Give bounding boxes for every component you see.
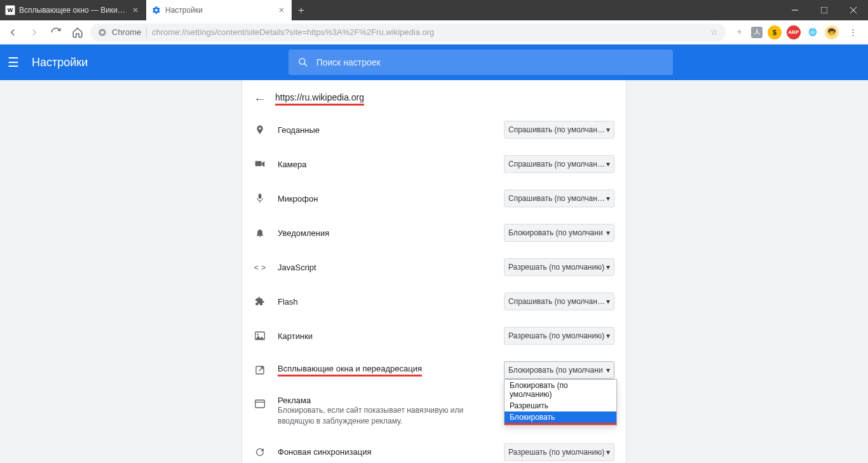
image-icon <box>254 331 266 340</box>
chevron-down-icon: ▾ <box>606 331 610 340</box>
svg-rect-1 <box>821 7 827 13</box>
ext-icon[interactable]: 🌐 <box>806 25 820 39</box>
close-window-button[interactable] <box>839 0 868 20</box>
back-arrow[interactable]: ← <box>254 92 266 106</box>
svg-point-11 <box>257 334 259 336</box>
perm-select-camera[interactable]: Спрашивать (по умолчанию▾ <box>504 155 614 173</box>
perm-bgsync: Фоновая синхронизация Разрешать (по умол… <box>242 435 626 463</box>
perm-label: Картинки <box>278 331 492 341</box>
code-icon: < > <box>254 263 266 272</box>
perm-label: Flash <box>278 297 492 307</box>
popups-dropdown: Блокировать (по умолчанию) Разрешить Бло… <box>504 379 617 425</box>
search-icon <box>297 57 309 68</box>
puzzle-icon <box>254 296 266 307</box>
chevron-down-icon: ▾ <box>606 194 610 203</box>
back-button[interactable] <box>4 24 22 41</box>
extensions: ✦ 人 $ ABP 🌐 🧒 ⋮ <box>729 24 864 41</box>
perm-select-images[interactable]: Разрешать (по умолчанию)▾ <box>504 327 614 345</box>
star-icon[interactable]: ☆ <box>710 27 718 37</box>
search-placeholder: Поиск настроек <box>316 57 381 67</box>
url-text: chrome://settings/content/siteDetails?si… <box>152 27 434 37</box>
svg-line-7 <box>304 64 307 66</box>
perm-select-mic[interactable]: Спрашивать (по умолчанию▾ <box>504 190 614 207</box>
chrome-label: Chrome <box>112 27 141 37</box>
settings-body: ← https://ru.wikipedia.org Геоданные Спр… <box>0 80 868 463</box>
new-tab-button[interactable]: ＋ <box>292 4 310 17</box>
address-bar[interactable]: Chrome chrome://settings/content/siteDet… <box>90 24 726 41</box>
perm-label: Камера <box>278 160 492 169</box>
forward-button[interactable] <box>25 24 43 41</box>
svg-point-5 <box>101 31 104 34</box>
dropdown-option[interactable]: Блокировать <box>505 411 616 425</box>
chevron-down-icon: ▾ <box>606 263 610 272</box>
close-icon[interactable]: ✕ <box>276 6 287 15</box>
perm-location: Геоданные Спрашивать (по умолчанию▾ <box>242 113 626 147</box>
perm-select-bgsync[interactable]: Разрешать (по умолчанию)▾ <box>504 443 614 461</box>
menu-icon[interactable]: ☰ <box>8 55 19 70</box>
ext-icon[interactable]: $ <box>768 25 782 39</box>
perm-images: Картинки Разрешать (по умолчанию)▾ <box>242 319 626 353</box>
camera-icon <box>254 160 266 168</box>
chevron-down-icon: ▾ <box>606 297 610 306</box>
settings-search[interactable]: Поиск настроек <box>288 50 673 75</box>
maximize-button[interactable] <box>810 0 839 20</box>
sync-icon <box>254 447 266 457</box>
window-icon <box>254 399 266 408</box>
wikipedia-icon: W <box>5 5 15 15</box>
site-details-card: ← https://ru.wikipedia.org Геоданные Спр… <box>241 80 627 463</box>
perm-label: Всплывающие окна и переадресация <box>278 364 492 377</box>
tab-wikipedia[interactable]: W Всплывающее окно — Википед ✕ <box>0 0 146 20</box>
gear-icon <box>151 5 161 15</box>
perm-camera: Камера Спрашивать (по умолчанию▾ <box>242 147 626 181</box>
ext-icon[interactable]: ✦ <box>732 25 746 39</box>
menu-button[interactable]: ⋮ <box>844 24 862 41</box>
ext-icon[interactable]: 人 <box>751 27 763 38</box>
perm-label: Микрофон <box>278 194 492 204</box>
perm-label: Фоновая синхронизация <box>278 447 492 457</box>
perm-select-js[interactable]: Разрешать (по умолчанию)▾ <box>504 258 614 276</box>
page-title: Настройки <box>32 56 88 69</box>
browser-toolbar: Chrome chrome://settings/content/siteDet… <box>0 20 868 45</box>
svg-rect-8 <box>255 161 262 166</box>
tab-title: Всплывающее окно — Википед <box>19 6 126 15</box>
chevron-down-icon: ▾ <box>606 366 610 375</box>
perm-sublabel: Блокировать, если сайт показывает навязч… <box>278 405 481 427</box>
close-icon[interactable]: ✕ <box>130 6 140 15</box>
svg-rect-13 <box>255 400 265 408</box>
perm-mic: Микрофон Спрашивать (по умолчанию▾ <box>242 181 626 216</box>
chevron-down-icon: ▾ <box>606 228 610 237</box>
perm-label: Геоданные <box>278 125 492 135</box>
perm-label: JavaScript <box>278 263 492 272</box>
perm-notifications: Уведомления Блокировать (по умолчани▾ <box>242 216 626 250</box>
dropdown-option[interactable]: Блокировать (по умолчанию) <box>505 380 616 400</box>
svg-point-6 <box>299 59 305 64</box>
perm-select-notif[interactable]: Блокировать (по умолчани▾ <box>504 224 614 242</box>
tab-settings[interactable]: Настройки ✕ <box>146 0 292 20</box>
chevron-down-icon: ▾ <box>606 448 610 457</box>
mic-icon <box>254 193 266 204</box>
reload-button[interactable] <box>47 24 65 41</box>
perm-flash: Flash Спрашивать (по умолчанию▾ <box>242 284 626 319</box>
perm-label: Уведомления <box>278 228 492 238</box>
perm-select-flash[interactable]: Спрашивать (по умолчанию▾ <box>504 293 614 310</box>
perm-popups: Всплывающие окна и переадресация Блокиро… <box>242 353 626 387</box>
settings-header: ☰ Настройки Поиск настроек <box>0 45 868 80</box>
popup-icon <box>254 365 266 375</box>
bell-icon <box>254 228 266 238</box>
perm-select-location[interactable]: Спрашивать (по умолчанию▾ <box>504 121 614 139</box>
tab-title: Настройки <box>165 6 273 15</box>
profile-avatar[interactable]: 🧒 <box>825 25 839 39</box>
window-titlebar: W Всплывающее окно — Википед ✕ Настройки… <box>0 0 868 20</box>
dropdown-option[interactable]: Разрешить <box>505 400 616 411</box>
home-button[interactable] <box>69 24 86 41</box>
abp-icon[interactable]: ABP <box>787 25 801 39</box>
perm-js: < > JavaScript Разрешать (по умолчанию)▾ <box>242 250 626 284</box>
minimize-button[interactable] <box>780 0 810 20</box>
window-controls <box>780 0 868 20</box>
chevron-down-icon: ▾ <box>606 160 610 169</box>
perm-select-popups[interactable]: Блокировать (по умолчани▾ Блокировать (п… <box>504 361 614 379</box>
chevron-down-icon: ▾ <box>606 125 610 134</box>
chrome-icon <box>98 28 107 37</box>
site-url: https://ru.wikipedia.org <box>275 92 364 106</box>
location-icon <box>254 125 266 135</box>
